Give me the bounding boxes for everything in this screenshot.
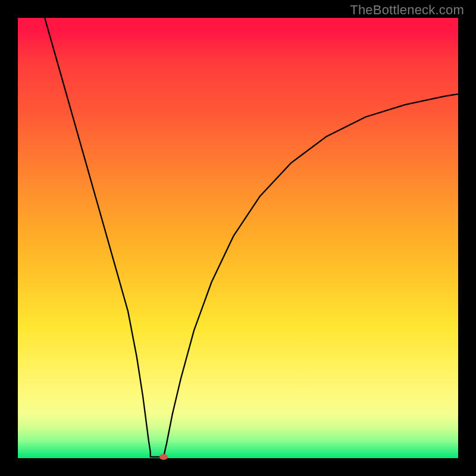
bottleneck-curve xyxy=(45,18,458,457)
chart-stage: TheBottleneck.com xyxy=(0,0,476,476)
curve-layer xyxy=(18,18,458,458)
plot-area xyxy=(18,18,458,458)
watermark-text: TheBottleneck.com xyxy=(350,2,464,18)
optimal-point-marker xyxy=(159,454,168,460)
